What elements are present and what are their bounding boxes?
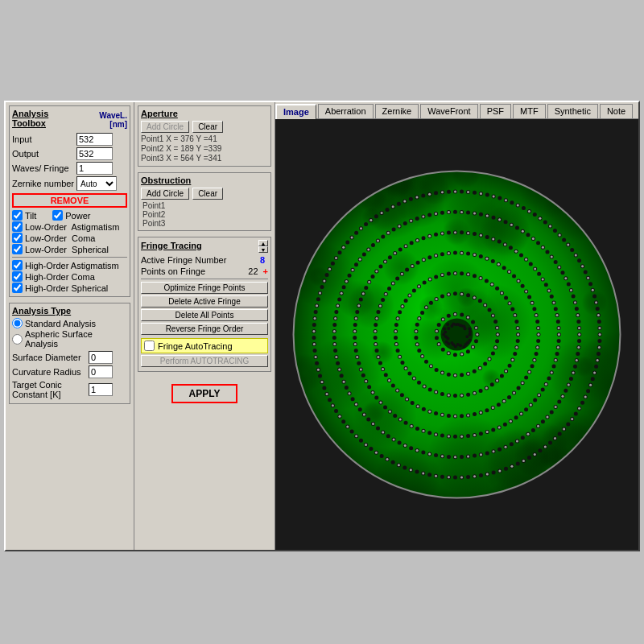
high-spherical-label: High-Order Spherical — [25, 283, 108, 293]
tilt-checkbox[interactable] — [12, 210, 23, 221]
standard-label: Standard Analysis — [25, 319, 96, 328]
fringe-tracing-section: Fringe Tracing ▲ ▼ Active Fringe Number … — [138, 237, 271, 372]
output-field[interactable] — [76, 147, 113, 160]
target-conic-field[interactable] — [89, 383, 113, 396]
low-coma-row: Low-Order Coma — [12, 233, 127, 243]
obstruction-clear-button[interactable]: Clear — [192, 188, 223, 200]
tilt-label: Tilt — [25, 211, 36, 221]
curvature-radius-label: Curvature Radius — [12, 367, 89, 377]
tab-zernike[interactable]: Zernike — [375, 104, 419, 118]
obs-point1: Point1 — [142, 201, 268, 210]
delete-active-fringe-button[interactable]: Delete Active Fringe — [141, 295, 268, 308]
aperture-clear-button[interactable]: Clear — [192, 121, 223, 133]
active-fringe-label: Active Fringe Number — [141, 255, 257, 265]
high-spherical-checkbox[interactable] — [12, 283, 23, 293]
tab-mtf[interactable]: MTF — [513, 104, 546, 118]
fringe-up-arrow[interactable]: ▲ — [258, 240, 268, 246]
input-label: Input — [12, 134, 76, 144]
active-fringe-value: 8 — [260, 255, 265, 265]
analysis-type-section: Analysis Type Standard Analysis Aspheric… — [9, 303, 130, 404]
tab-synthetic[interactable]: Synthetic — [547, 104, 598, 118]
obstruction-section: Obstruction Add Circle Clear Point1 Poin… — [138, 172, 271, 231]
active-fringe-row: Active Fringe Number 8 — [141, 255, 268, 265]
tabs-bar: Image Aberration Zernike WaveFront PSF M… — [275, 102, 638, 119]
tab-note[interactable]: Note — [600, 104, 633, 118]
aperture-point3: Point3 X = 564 Y =341 — [141, 154, 268, 163]
low-spherical-label: Low-Order Spherical — [25, 245, 109, 254]
curvature-radius-field[interactable] — [89, 365, 113, 378]
aspheric-analysis-row: Aspheric Surface Analysis — [12, 329, 127, 349]
power-label: Power — [65, 211, 90, 221]
tab-image[interactable]: Image — [275, 104, 316, 119]
aperture-title: Aperture — [141, 109, 268, 118]
high-coma-checkbox[interactable] — [12, 271, 23, 282]
main-window: Analysis Toolbox WaveL. [nm] Input Outpu… — [4, 101, 640, 551]
standard-analysis-row: Standard Analysis — [12, 318, 127, 328]
zernike-select[interactable]: Auto 4 9 16 25 — [76, 176, 117, 191]
zernike-label: Zernike number — [12, 179, 76, 188]
points-fringe-value: 22 — [248, 266, 258, 276]
points-fringe-row: Points on Fringe 22 + — [141, 266, 268, 276]
obstruction-add-circle-button[interactable]: Add Circle — [141, 188, 189, 200]
interferogram-canvas — [275, 119, 638, 550]
obstruction-title: Obstruction — [141, 175, 268, 185]
output-label: Output — [12, 149, 76, 159]
input-field[interactable] — [76, 133, 113, 146]
power-checkbox[interactable] — [52, 210, 63, 221]
high-astig-row: High-Order Astigmatism — [12, 260, 127, 270]
optimize-fringe-button[interactable]: Optimize Fringe Points — [141, 282, 268, 294]
reverse-fringe-button[interactable]: Reverse Fringe Order — [141, 323, 268, 335]
aperture-section: Aperture Add Circle Clear Point1 X = 376… — [138, 105, 271, 167]
low-coma-label: Low-Order Coma — [25, 233, 95, 243]
perform-autotracing-button[interactable]: Perform AUTOTRACING — [141, 355, 268, 367]
tab-psf[interactable]: PSF — [480, 104, 511, 118]
obs-point3: Point3 — [142, 219, 268, 228]
high-astig-checkbox[interactable] — [12, 260, 23, 270]
waves-fringe-field[interactable] — [76, 162, 113, 175]
tilt-row: Tilt Power — [12, 210, 127, 221]
waves-fringe-label: Waves/ Fringe — [12, 163, 76, 173]
middle-panel: Aperture Add Circle Clear Point1 X = 376… — [134, 102, 275, 550]
fringe-tracing-title: Fringe Tracing — [141, 241, 257, 250]
apply-button[interactable]: APPLY — [171, 384, 238, 403]
autotracing-checkbox[interactable] — [144, 341, 155, 351]
high-spherical-row: High-Order Spherical — [12, 283, 127, 293]
delete-all-points-button[interactable]: Delete All Points — [141, 309, 268, 321]
surface-diameter-field[interactable] — [89, 351, 113, 364]
points-fringe-label: Points on Fringe — [141, 266, 248, 276]
wavelength-header: WaveL. [nm] — [87, 111, 127, 129]
low-coma-checkbox[interactable] — [12, 233, 23, 243]
low-spherical-checkbox[interactable] — [12, 244, 23, 254]
points-plus-button[interactable]: + — [263, 266, 268, 276]
obs-point2: Point2 — [142, 210, 268, 219]
aperture-point2: Point2 X = 189 Y =339 — [141, 144, 268, 153]
remove-button[interactable]: REMOVE — [12, 193, 127, 208]
high-coma-label: High-Order Coma — [25, 272, 95, 282]
low-astig-label: Low-Order Astigmatism — [25, 222, 119, 232]
aperture-add-circle-button[interactable]: Add Circle — [141, 121, 189, 133]
analysis-type-title: Analysis Type — [12, 306, 127, 316]
high-astig-label: High-Order Astigmatism — [25, 261, 119, 270]
aperture-point1: Point1 X = 376 Y =41 — [141, 134, 268, 143]
autotracing-label: Fringe AutoTracing — [158, 341, 233, 351]
fringe-down-arrow[interactable]: ▼ — [258, 246, 268, 253]
analysis-toolbox-section: Analysis Toolbox WaveL. [nm] Input Outpu… — [9, 105, 130, 297]
low-astig-checkbox[interactable] — [12, 221, 23, 232]
left-panel: Analysis Toolbox WaveL. [nm] Input Outpu… — [6, 102, 134, 550]
autotracing-row: Fringe AutoTracing — [141, 338, 268, 353]
analysis-toolbox-title: Analysis Toolbox — [12, 109, 84, 128]
tab-wavefront[interactable]: WaveFront — [420, 104, 477, 118]
surface-diameter-label: Surface Diameter — [12, 353, 89, 362]
right-panel: Image Aberration Zernike WaveFront PSF M… — [275, 102, 638, 550]
target-conic-label: Target Conic Constant [K] — [12, 380, 89, 399]
high-coma-row: High-Order Coma — [12, 271, 127, 282]
image-area — [275, 119, 638, 550]
aspheric-radio[interactable] — [12, 334, 23, 345]
standard-radio[interactable] — [12, 318, 23, 328]
low-spherical-row: Low-Order Spherical — [12, 244, 127, 254]
aspheric-label: Aspheric Surface Analysis — [25, 329, 127, 349]
low-astig-row: Low-Order Astigmatism — [12, 221, 127, 232]
tab-aberration[interactable]: Aberration — [318, 104, 374, 118]
